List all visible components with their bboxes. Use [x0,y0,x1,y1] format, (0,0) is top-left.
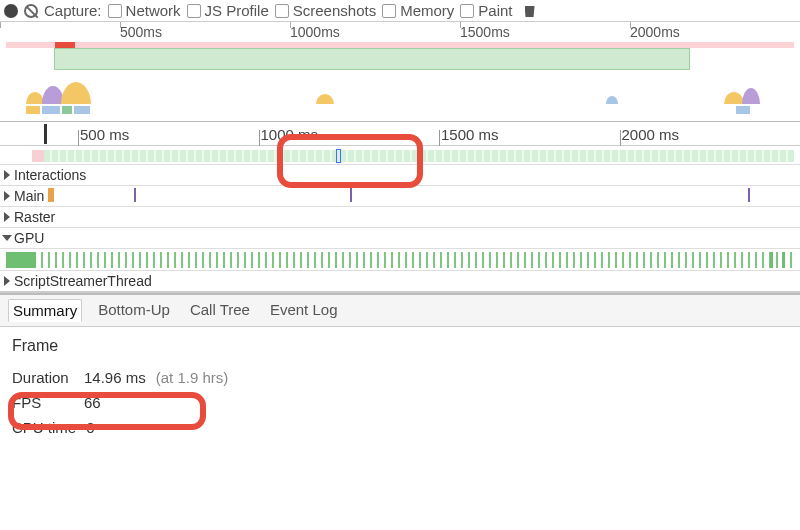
capture-option-memory[interactable]: Memory [382,2,454,19]
track-raster[interactable]: Raster [0,206,800,227]
track-main[interactable]: Main [0,185,800,206]
checkbox-icon [460,4,474,18]
clear-button[interactable] [24,4,38,18]
record-button[interactable] [4,4,18,18]
overview-net-row [6,106,794,116]
disclosure-icon[interactable] [4,191,10,201]
performance-toolbar: Capture: Network JS Profile Screenshots … [0,0,800,22]
detail-value: 14.96 ms [84,369,146,386]
frame-selected[interactable] [336,149,341,163]
detail-value: 66 [84,394,101,411]
overview-tick: 2000ms [630,22,800,42]
detail-hint: (at 1.9 hrs) [156,369,229,386]
tab-event-log[interactable]: Event Log [266,299,342,322]
tracks-panel: 500 ms 1000 ms 1500 ms 2000 ms Interacti… [0,122,800,293]
capture-option-network[interactable]: Network [108,2,181,19]
detail-tabs: Summary Bottom-Up Call Tree Event Log [0,293,800,327]
tab-summary[interactable]: Summary [8,299,82,322]
gpu-activity[interactable] [0,248,800,270]
disclosure-icon[interactable] [4,212,10,222]
checkbox-icon [275,4,289,18]
capture-label: Capture: [44,2,102,19]
detail-key: FPS [12,394,74,411]
detail-key: Duration [12,369,74,386]
disclosure-icon[interactable] [4,170,10,180]
detail-title: Frame [12,337,788,355]
capture-option-js-profile[interactable]: JS Profile [187,2,269,19]
track-label: ScriptStreamerThread [14,273,152,289]
frames-ok [44,150,794,162]
track-script-streamer[interactable]: ScriptStreamerThread [0,270,800,292]
track-tick: 500 ms [78,126,259,145]
capture-option-paint[interactable]: Paint [460,2,512,19]
track-label: Raster [14,209,55,225]
track-tick: 1500 ms [439,126,620,145]
detail-row-duration: Duration 14.96 ms (at 1.9 hrs) [12,369,788,386]
checkbox-icon [382,4,396,18]
checkbox-icon [187,4,201,18]
track-label: GPU [14,230,44,246]
frames-band[interactable] [0,146,800,164]
overview-cpu-row [6,80,794,104]
overview-tick: 500ms [120,22,290,42]
capture-option-screenshots[interactable]: Screenshots [275,2,376,19]
track-ruler[interactable]: 500 ms 1000 ms 1500 ms 2000 ms [0,122,800,146]
fps-bar [54,48,690,70]
disclosure-icon[interactable] [4,276,10,286]
track-label: Main [14,188,44,204]
overview-timeline[interactable]: 500ms 1000ms 1500ms 2000ms [0,22,800,122]
tab-call-tree[interactable]: Call Tree [186,299,254,322]
track-body[interactable] [48,186,800,206]
track-label: Interactions [14,167,86,183]
track-gpu[interactable]: GPU [0,227,800,248]
track-tick: 1000 ms [259,126,440,145]
trash-icon[interactable] [525,4,535,17]
overview-tick: 1500ms [460,22,630,42]
time-cursor[interactable] [44,124,47,144]
detail-key: CPU time [12,419,76,436]
checkbox-icon [108,4,122,18]
detail-row-cpu-time: CPU time 0 [12,419,788,436]
disclosure-icon[interactable] [2,235,12,241]
detail-value: 0 [86,419,94,436]
overview-ruler: 500ms 1000ms 1500ms 2000ms [0,22,800,42]
tab-bottom-up[interactable]: Bottom-Up [94,299,174,322]
track-interactions[interactable]: Interactions [0,164,800,185]
detail-body: Frame Duration 14.96 ms (at 1.9 hrs) FPS… [0,327,800,487]
overview-tick: 1000ms [290,22,460,42]
detail-row-fps: FPS 66 [12,394,788,411]
track-tick: 2000 ms [620,126,801,145]
